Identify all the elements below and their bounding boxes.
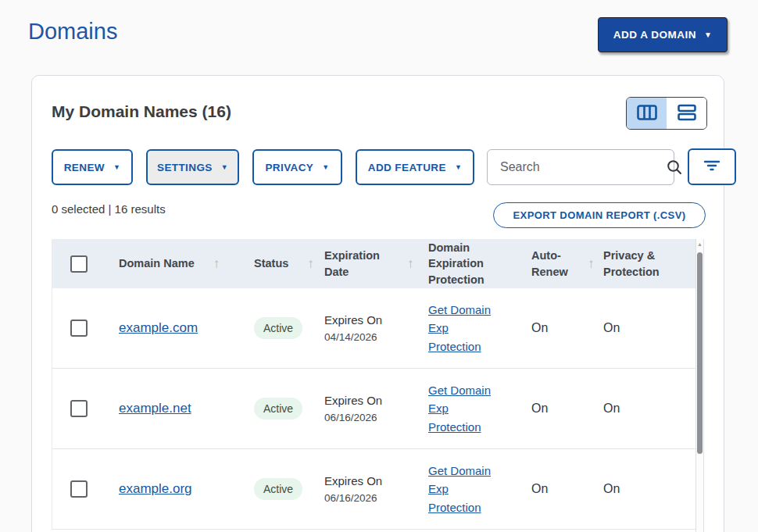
row-checkbox[interactable] xyxy=(70,480,88,498)
add-feature-button[interactable]: ADD FEATURE ▼ xyxy=(356,149,474,185)
scroll-up-icon[interactable]: ▲ xyxy=(696,241,703,247)
expiration-date: 06/16/2026 xyxy=(324,412,428,423)
privacy-button[interactable]: PRIVACY ▼ xyxy=(252,149,342,185)
domain-link[interactable]: example.net xyxy=(119,401,191,416)
expires-on-label: Expires On xyxy=(324,313,428,327)
status-badge: Active xyxy=(254,317,302,339)
expiration-date: 04/14/2026 xyxy=(324,331,428,343)
expires-on-label: Expires On xyxy=(324,394,428,407)
chevron-down-icon: ▼ xyxy=(113,164,120,171)
privacy-value: On xyxy=(603,321,620,334)
renew-button[interactable]: RENEW ▼ xyxy=(52,149,133,185)
header-expiration-date[interactable]: Expiration Date ↑ xyxy=(324,248,428,280)
scrollbar-thumb[interactable] xyxy=(697,252,703,454)
domains-panel: My Domain Names (16) RENEW ▼ SET xyxy=(31,75,724,532)
select-all-cell xyxy=(52,255,119,273)
search-icon xyxy=(667,159,682,175)
sort-ascending-icon: ↑ xyxy=(307,255,314,273)
header-domain-name[interactable]: Domain Name ↑ xyxy=(119,255,254,273)
settings-label: SETTINGS xyxy=(157,162,213,173)
expires-on-label: Expires On xyxy=(324,474,428,487)
status-badge: Active xyxy=(254,398,302,420)
table-row: example.net Active Expires On 06/16/2026… xyxy=(52,369,703,449)
domains-table: Domain Name ↑ Status ↑ Expiration Date ↑… xyxy=(52,239,703,530)
add-feature-label: ADD FEATURE xyxy=(368,162,446,173)
row-checkbox[interactable] xyxy=(70,400,88,417)
export-csv-button[interactable]: EXPORT DOMAIN REPORT (.CSV) xyxy=(493,202,706,228)
sort-ascending-icon: ↑ xyxy=(407,255,414,273)
selection-summary: 0 selected | 16 results xyxy=(52,202,166,216)
privacy-value: On xyxy=(603,482,620,495)
sort-ascending-icon: ↑ xyxy=(588,255,595,273)
column-view-icon xyxy=(637,105,657,123)
header-domain-label: Domain Name xyxy=(119,255,195,271)
settings-button[interactable]: SETTINGS ▼ xyxy=(146,149,239,185)
row-view-icon xyxy=(678,104,696,123)
filter-button[interactable] xyxy=(688,148,736,185)
table-row: example.com Active Expires On 04/14/2026… xyxy=(52,288,703,369)
privacy-label: PRIVACY xyxy=(265,162,313,173)
expiration-date: 06/16/2026 xyxy=(324,492,428,504)
table-header-row: Domain Name ↑ Status ↑ Expiration Date ↑… xyxy=(52,239,703,288)
column-view-button[interactable] xyxy=(627,98,667,129)
chevron-down-icon: ▼ xyxy=(221,164,228,171)
row-view-button[interactable] xyxy=(667,98,706,129)
header-domain-expiration-protection: Domain Expiration Protection xyxy=(428,240,531,287)
header-expiration-label: Expiration Date xyxy=(324,248,396,280)
chevron-down-icon: ▼ xyxy=(704,31,712,39)
row-checkbox[interactable] xyxy=(70,320,88,337)
row-select-cell xyxy=(52,400,119,417)
header-auto-renew-label: Auto-Renew xyxy=(531,248,577,280)
get-protection-link[interactable]: Get Domain Exp Protection xyxy=(428,301,500,355)
row-select-cell xyxy=(52,480,119,498)
header-status-label: Status xyxy=(254,255,288,271)
add-domain-label: ADD A DOMAIN xyxy=(613,29,696,41)
header-privacy-protection: Privacy & Protection xyxy=(603,248,695,280)
header-protection-label: Domain Expiration Protection xyxy=(428,240,500,287)
header-auto-renew[interactable]: Auto-Renew ↑ xyxy=(531,248,603,280)
auto-renew-value: On xyxy=(531,482,548,495)
renew-label: RENEW xyxy=(64,162,105,173)
filter-icon xyxy=(703,159,720,174)
add-domain-button[interactable]: ADD A DOMAIN ▼ xyxy=(598,17,728,52)
chevron-down-icon: ▼ xyxy=(455,164,462,171)
panel-title: My Domain Names (16) xyxy=(52,102,231,121)
status-badge: Active xyxy=(254,478,302,500)
auto-renew-value: On xyxy=(531,321,548,334)
select-all-checkbox[interactable] xyxy=(70,255,88,273)
search-input[interactable] xyxy=(488,150,667,184)
chevron-down-icon: ▼ xyxy=(322,164,329,171)
auto-renew-value: On xyxy=(531,402,548,415)
table-scrollbar[interactable]: ▲ xyxy=(695,239,704,532)
header-status[interactable]: Status ↑ xyxy=(254,255,324,273)
header-privacy-label: Privacy & Protection xyxy=(603,248,674,280)
privacy-value: On xyxy=(603,402,620,415)
get-protection-link[interactable]: Get Domain Exp Protection xyxy=(428,462,500,516)
domain-link[interactable]: example.org xyxy=(119,481,192,496)
sort-ascending-icon: ↑ xyxy=(213,255,220,273)
get-protection-link[interactable]: Get Domain Exp Protection xyxy=(428,381,500,436)
row-select-cell xyxy=(52,320,119,337)
view-toggle xyxy=(626,97,707,130)
table-row: example.org Active Expires On 06/16/2026… xyxy=(52,449,703,530)
domain-link[interactable]: example.com xyxy=(119,320,198,335)
page-title: Domains xyxy=(28,19,117,45)
search-box xyxy=(487,149,674,185)
